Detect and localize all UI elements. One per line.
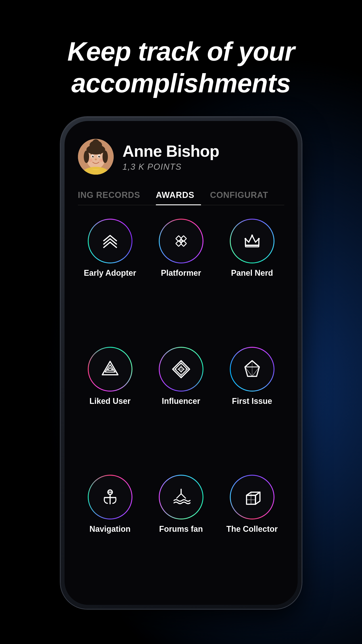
svg-marker-51 — [255, 492, 260, 504]
svg-line-47 — [177, 494, 181, 498]
awards-grid: Early Adopter — [78, 219, 284, 592]
award-badge-ring-first-issue — [230, 347, 274, 392]
award-badge-ring-platformer — [159, 219, 203, 264]
avatar — [78, 139, 114, 175]
triangle-icon — [99, 358, 121, 380]
svg-line-48 — [181, 494, 185, 498]
award-badge-ring-forums-fan — [159, 475, 203, 520]
phone-outer-frame: Anne Bishop 1,3 K POINTS ING RECORDS AWA… — [60, 117, 302, 609]
waves-icon — [170, 486, 192, 508]
chevrons-icon — [99, 230, 121, 252]
hero-section: Keep track of your accomplishments — [67, 36, 295, 99]
profile-section: Anne Bishop 1,3 K POINTS — [78, 139, 284, 175]
svg-point-25 — [251, 234, 253, 236]
svg-line-37 — [245, 361, 252, 367]
tab-awards[interactable]: AWARDS — [156, 186, 201, 205]
award-label-forums-fan: Forums fan — [159, 524, 203, 534]
award-label-navigation: Navigation — [89, 524, 130, 534]
award-label-panel-nerd: Panel Nerd — [231, 268, 273, 278]
award-badge-inner-liked-user — [89, 348, 132, 391]
award-badge-inner-navigation — [89, 476, 132, 518]
award-the-collector[interactable]: The Collector — [220, 475, 284, 592]
award-label-the-collector: The Collector — [226, 524, 278, 534]
tab-reading-records[interactable]: ING RECORDS — [78, 186, 147, 205]
anchor-icon — [99, 486, 121, 508]
award-label-liked-user: Liked User — [89, 396, 130, 406]
svg-point-26 — [258, 238, 260, 240]
award-navigation[interactable]: Navigation — [78, 475, 142, 592]
gem-icon — [241, 358, 263, 380]
tab-configuration[interactable]: CONFIGURAT — [210, 186, 275, 205]
profile-name: Anne Bishop — [123, 142, 219, 160]
svg-point-22 — [180, 240, 182, 242]
diamond-pattern-icon — [170, 230, 192, 252]
award-platformer[interactable]: Platformer — [149, 219, 213, 336]
phone-screen: Anne Bishop 1,3 K POINTS ING RECORDS AWA… — [65, 121, 298, 605]
svg-point-12 — [95, 158, 97, 160]
svg-point-17 — [86, 145, 105, 154]
svg-line-38 — [252, 361, 259, 367]
award-badge-ring-panel-nerd — [230, 219, 274, 264]
award-badge-inner-first-issue — [231, 348, 274, 391]
profile-points: 1,3 K POINTS — [123, 162, 219, 172]
award-early-adopter[interactable]: Early Adopter — [78, 219, 142, 336]
tabs-section: ING RECORDS AWARDS CONFIGURAT — [78, 186, 284, 205]
award-badge-ring-the-collector — [230, 475, 274, 520]
award-forums-fan[interactable]: Forums fan — [149, 475, 213, 592]
award-first-issue[interactable]: First Issue — [220, 347, 284, 464]
award-badge-ring-navigation — [88, 475, 132, 520]
svg-point-11 — [99, 156, 100, 156]
svg-marker-28 — [105, 365, 115, 372]
hero-title: Keep track of your accomplishments — [67, 36, 295, 99]
diamond-icon — [170, 358, 192, 380]
award-badge-inner-forums-fan — [160, 476, 202, 518]
award-influencer[interactable]: Influencer — [149, 347, 213, 464]
award-badge-ring-early-adopter — [88, 219, 132, 264]
award-label-early-adopter: Early Adopter — [84, 268, 136, 278]
crown-icon — [241, 230, 263, 252]
award-label-first-issue: First Issue — [232, 396, 272, 406]
award-badge-ring-liked-user — [88, 347, 132, 392]
award-badge-inner-early-adopter — [89, 220, 132, 262]
phone-mockup: Anne Bishop 1,3 K POINTS ING RECORDS AWA… — [60, 117, 302, 609]
award-label-platformer: Platformer — [161, 268, 201, 278]
award-badge-inner-influencer — [160, 348, 202, 391]
svg-point-24 — [244, 238, 246, 240]
award-badge-inner-the-collector — [231, 476, 274, 518]
award-label-influencer: Influencer — [162, 396, 200, 406]
award-panel-nerd[interactable]: Panel Nerd — [220, 219, 284, 336]
award-badge-inner-platformer — [160, 220, 202, 262]
award-liked-user[interactable]: Liked User — [78, 347, 142, 464]
award-badge-ring-influencer — [159, 347, 203, 392]
box-icon — [241, 486, 263, 508]
profile-info: Anne Bishop 1,3 K POINTS — [123, 142, 219, 172]
award-badge-inner-panel-nerd — [231, 220, 274, 262]
screen-content: Anne Bishop 1,3 K POINTS ING RECORDS AWA… — [65, 130, 298, 605]
svg-point-10 — [93, 156, 93, 156]
phone-notch — [157, 121, 206, 130]
